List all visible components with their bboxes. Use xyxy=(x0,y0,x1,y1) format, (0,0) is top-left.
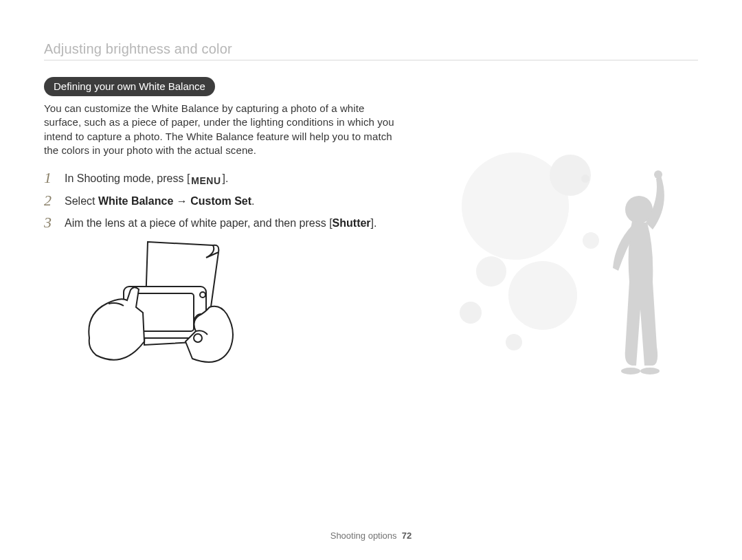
intro-paragraph: You can customize the White Balance by c… xyxy=(44,102,401,157)
step-text-pre: In Shooting mode, press [ xyxy=(65,172,190,184)
child-silhouette-icon xyxy=(613,170,664,374)
section-title: Adjusting brightness and color xyxy=(44,41,698,57)
step-text: In Shooting mode, press [MENU]. xyxy=(65,170,228,187)
svg-point-15 xyxy=(506,334,522,350)
manual-page: Adjusting brightness and color Defining … xyxy=(0,0,742,560)
subsection-heading: Defining your own White Balance xyxy=(44,77,215,96)
step-text: Aim the lens at a piece of white paper, … xyxy=(65,214,376,231)
svg-point-8 xyxy=(194,334,202,342)
step-text-post: ]. xyxy=(371,217,377,229)
svg-point-13 xyxy=(508,261,577,330)
step-text-post: ]. xyxy=(223,172,229,184)
footer-page-number: 72 xyxy=(402,530,412,541)
camera-paper-svg xyxy=(82,238,240,390)
menu-icon: MENU xyxy=(191,175,221,187)
footer-label: Shooting options xyxy=(330,530,397,541)
step-number: 2 xyxy=(44,192,56,209)
svg-point-16 xyxy=(581,175,589,183)
step-1: 1 In Shooting mode, press [MENU]. xyxy=(44,170,415,187)
svg-point-20 xyxy=(640,368,660,374)
step-number: 1 xyxy=(44,170,56,186)
step-text-post: . xyxy=(251,195,254,207)
svg-point-2 xyxy=(200,292,205,298)
page-footer: Shooting options 72 xyxy=(0,530,742,541)
step-text: Select White Balance → Custom Set. xyxy=(65,192,255,209)
step-2: 2 Select White Balance → Custom Set. xyxy=(44,192,415,209)
svg-point-11 xyxy=(583,232,599,249)
step-text-bold: Shutter xyxy=(333,217,371,229)
step-3: 3 Aim the lens at a piece of white paper… xyxy=(44,214,415,231)
bubbles-icon xyxy=(460,153,599,350)
svg-point-14 xyxy=(460,302,482,324)
steps-list: 1 In Shooting mode, press [MENU]. 2 Sele… xyxy=(44,170,415,232)
background-art xyxy=(426,137,715,426)
svg-point-18 xyxy=(654,170,662,179)
step-text-pre: Select xyxy=(65,195,98,207)
section-rule xyxy=(44,60,698,60)
step-text-pre: Aim the lens at a piece of white paper, … xyxy=(65,217,333,229)
step-text-bold: White Balance → Custom Set xyxy=(98,195,251,207)
svg-point-12 xyxy=(476,256,506,287)
svg-point-19 xyxy=(621,368,640,374)
step-number: 3 xyxy=(44,214,56,231)
